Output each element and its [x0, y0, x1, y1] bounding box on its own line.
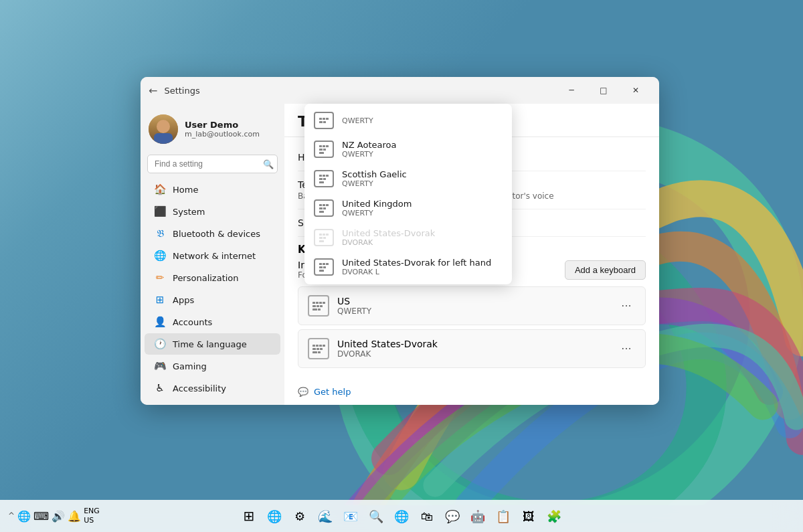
sidebar-item-accounts[interactable]: 👤 Accounts [145, 311, 280, 333]
sidebar-item-home[interactable]: 🏠 Home [145, 179, 280, 200]
us-dvorak-left-info: United States-Dvorak for left hand DVORA… [342, 258, 491, 276]
sidebar-item-gaming[interactable]: 🎮 Gaming [145, 355, 280, 377]
tray-region: US [84, 516, 100, 525]
user-info: User Demo m_lab@outlook.com [185, 120, 276, 139]
sg-item-name: Scottish Gaelic [342, 169, 407, 179]
us-keyboard-icon [308, 295, 329, 317]
dropdown-item-united-kingdom[interactable]: United Kingdom QWERTY [304, 193, 512, 223]
keyboard-item-us: US QWERTY ··· [298, 286, 646, 325]
dvorak-keyboard-name: United States-Dvorak [337, 339, 438, 349]
sidebar-item-apps-label: Apps [173, 295, 194, 305]
home-icon: 🏠 [154, 183, 166, 195]
time-language-icon: 🕐 [154, 338, 166, 350]
sg-item-info: Scottish Gaelic QWERTY [342, 169, 407, 188]
chevron-up-icon[interactable]: ^ [8, 511, 15, 521]
taskbar-center: ⊞ 🌐 ⚙ 🌊 📧 🔍 🌐 🛍 💬 🤖 📋 🖼 🧩 [238, 505, 565, 527]
taskbar-app1[interactable]: 📧 [340, 505, 361, 527]
sidebar-item-gaming-label: Gaming [173, 361, 207, 371]
sidebar-item-personalization-label: Personalization [173, 273, 239, 283]
dvorak-keyboard-type: DVORAK [337, 349, 438, 359]
taskbar-puzzle[interactable]: 🧩 [543, 505, 565, 527]
uk-keyboard-icon [314, 199, 334, 217]
get-help-link[interactable]: 💬 Get help [284, 379, 659, 405]
dvorak-keyboard-icon [308, 338, 329, 359]
us-dvorak-left-name: United States-Dvorak for left hand [342, 258, 491, 268]
search-icon[interactable]: 🔍 [263, 159, 274, 169]
dropdown-item-scottish-gaelic[interactable]: Scottish Gaelic QWERTY [304, 164, 512, 193]
us-keyboard-info: US QWERTY [337, 296, 371, 316]
gaming-icon: 🎮 [154, 360, 166, 372]
nz-item-info: NZ Aotearoa QWERTY [342, 140, 396, 159]
get-help-label: Get help [314, 387, 351, 397]
notification-icon[interactable]: 🔔 [68, 510, 81, 523]
volume-icon-tray[interactable]: 🔊 [52, 510, 65, 523]
sidebar-item-network[interactable]: 🌐 Network & internet [145, 245, 280, 266]
dvorak-keyboard-more-button[interactable]: ··· [617, 339, 636, 358]
maximize-button[interactable]: □ [588, 80, 619, 101]
us-dvorak-dd-info: United States-Dvorak DVORAK [342, 228, 435, 247]
sidebar-item-bluetooth[interactable]: 𝔅 Bluetooth & devices [145, 223, 280, 244]
taskbar-notes[interactable]: 📋 [493, 505, 514, 527]
taskbar-store[interactable]: 🛍 [416, 505, 438, 527]
apps-icon: ⊞ [154, 294, 166, 306]
title-bar-left: ← Settings [149, 84, 200, 97]
sidebar-item-accounts-label: Accounts [173, 317, 212, 327]
taskbar-chat[interactable]: 💬 [442, 505, 463, 527]
taskbar-browser[interactable]: 🌐 [391, 505, 412, 527]
network-icon: 🌐 [154, 250, 166, 262]
dropdown-item-us-dvorak-left[interactable]: United States-Dvorak for left hand DVORA… [304, 252, 512, 282]
us-dvorak-dd-type: DVORAK [342, 238, 435, 247]
sidebar-item-personalization[interactable]: ✏ Personalization [145, 267, 280, 288]
back-icon[interactable]: ← [149, 84, 157, 97]
system-tray-time[interactable]: ENG US [84, 507, 100, 526]
personalization-icon: ✏ [154, 272, 166, 284]
sidebar-item-accessibility[interactable]: ♿ Accessibility [145, 377, 280, 399]
us-dvorak-dd-icon [314, 229, 334, 246]
sidebar-item-system[interactable]: ⬛ System [145, 201, 280, 222]
sidebar-item-system-label: System [173, 207, 205, 217]
us-keyboard-more-button[interactable]: ··· [617, 296, 636, 315]
nz-item-name: NZ Aotearoa [342, 140, 396, 150]
avatar [149, 114, 178, 144]
taskbar-settings[interactable]: ⚙ [289, 505, 310, 527]
accessibility-icon: ♿ [154, 382, 166, 394]
taskbar-edge[interactable]: 🌊 [315, 505, 336, 527]
dropdown-item-us-dvorak: United States-Dvorak DVORAK [304, 223, 512, 252]
taskbar-left-area: ^ 🌐 ⌨ 🔊 🔔 ENG US [8, 507, 142, 526]
partial-item-info: QWERTY [342, 116, 373, 125]
search-box: 🔍 [147, 155, 278, 173]
taskbar-search[interactable]: 🔍 [365, 505, 387, 527]
uk-item-name: United Kingdom [342, 199, 412, 209]
taskbar: ^ 🌐 ⌨ 🔊 🔔 ENG US ⊞ 🌐 ⚙ 🌊 📧 🔍 🌐 🛍 💬 🤖 📋 🖼… [0, 500, 803, 532]
minimize-button[interactable]: ─ [556, 80, 587, 101]
user-email: m_lab@outlook.com [185, 130, 276, 139]
taskbar-ai[interactable]: 🤖 [467, 505, 488, 527]
window-controls: ─ □ ✕ [556, 80, 651, 101]
sg-keyboard-icon [314, 170, 334, 187]
dropdown-item-nz-aotearoa[interactable]: NZ Aotearoa QWERTY [304, 135, 512, 164]
partial-keyboard-icon [314, 112, 334, 129]
add-keyboard-button[interactable]: Add a keyboard [565, 260, 646, 280]
nav-list: 🏠 Home ⬛ System 𝔅 Bluetooth & devices 🌐 … [141, 179, 284, 405]
get-help-icon: 💬 [298, 387, 308, 397]
uk-item-type: QWERTY [342, 209, 412, 217]
sidebar-item-network-label: Network & internet [173, 251, 256, 261]
tray-lang: ENG [84, 507, 100, 516]
sidebar-item-time-language-label: Time & language [173, 339, 247, 349]
accounts-icon: 👤 [154, 316, 166, 328]
taskbar-photos[interactable]: 🖼 [518, 505, 539, 527]
taskbar-widgets[interactable]: 🌐 [264, 505, 285, 527]
user-section[interactable]: User Demo m_lab@outlook.com [141, 109, 284, 152]
keyboard-tray-icon[interactable]: ⌨ [33, 510, 49, 523]
sidebar-item-apps[interactable]: ⊞ Apps [145, 289, 280, 311]
sidebar-item-home-label: Home [173, 185, 198, 195]
dropdown-item-partial[interactable]: QWERTY [304, 106, 512, 135]
start-button[interactable]: ⊞ [238, 505, 260, 527]
globe-icon-tray[interactable]: 🌐 [17, 510, 31, 523]
search-input[interactable] [147, 155, 278, 173]
sidebar-item-time-language[interactable]: 🕐 Time & language [145, 333, 280, 355]
sidebar-item-privacy-security[interactable]: 🛡 Privacy & security [145, 400, 280, 405]
sidebar: User Demo m_lab@outlook.com 🔍 🏠 Home ⬛ S… [141, 104, 284, 405]
close-button[interactable]: ✕ [620, 80, 651, 101]
keyboard-item-dvorak-left: United States-Dvorak DVORAK [308, 338, 438, 359]
